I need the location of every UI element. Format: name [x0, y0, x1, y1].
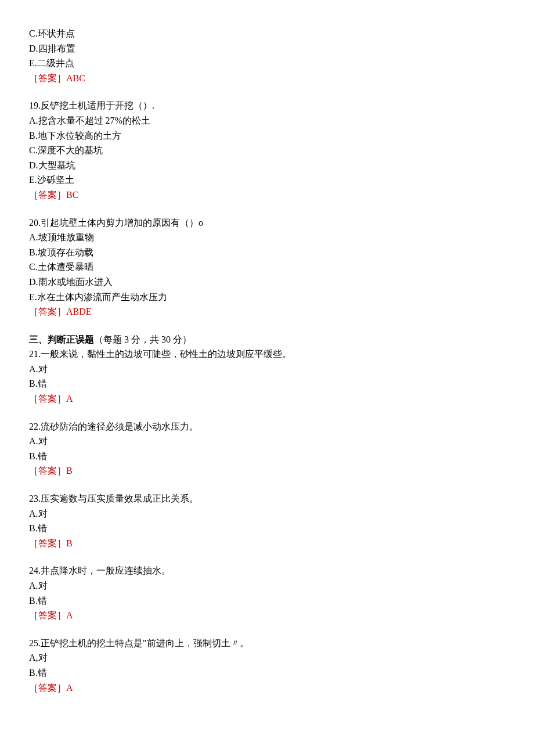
question-20: 20.引起坑壁土体内剪力增加的原因有（）o A.坡顶堆放重物 B.坡顶存在动载 …	[29, 215, 505, 319]
option-b: B.错	[29, 521, 505, 536]
answer-text: ［答案］A	[29, 391, 505, 406]
option-b: B.错	[29, 376, 505, 391]
question-22: 22.流砂防治的途径必须是减小动水压力。 A.对 B.错 ［答案］B	[29, 419, 505, 478]
answer-text: ［答案］B	[29, 536, 505, 551]
section-title: 三、判断正误题	[29, 334, 94, 344]
question-stem: 20.引起坑壁土体内剪力增加的原因有（）o	[29, 215, 505, 231]
option-a: A.挖含水量不超过 27%的松土	[29, 113, 505, 128]
question-stem: 22.流砂防治的途径必须是减小动水压力。	[29, 419, 505, 434]
section-3-heading: 三、判断正误题（每题 3 分，共 30 分）	[29, 332, 505, 347]
question-21: 21.一般来说，黏性土的边坡可陡些，砂性土的边坡则应平缓些。 A.对 B.错 ［…	[29, 347, 505, 406]
answer-text: ［答案］ABDE	[29, 304, 505, 319]
option-b: B.坡顶存在动载	[29, 245, 505, 260]
option-e: E.沙砾坚土	[29, 172, 505, 188]
option-b: B.错	[29, 665, 505, 681]
question-stem: 24.井点降水时，一般应连续抽水。	[29, 563, 505, 578]
option-a: A.对	[29, 578, 505, 593]
question-25: 25.正铲挖土机的挖土特点是"前进向上，强制切土〃。 A,对 B.错 ［答案］A	[29, 636, 505, 695]
option-a: A,对	[29, 650, 505, 665]
option-e: E.二级井点	[29, 56, 505, 71]
question-stem: 23.压实遍数与压实质量效果成正比关系。	[29, 491, 505, 506]
answer-text: ［答案］B	[29, 463, 505, 478]
option-a: A.对	[29, 506, 505, 521]
question-24: 24.井点降水时，一般应连续抽水。 A.对 B.错 ［答案］A	[29, 563, 505, 622]
option-b: B.错	[29, 593, 505, 609]
option-c: C.环状井点	[29, 26, 505, 41]
option-d: D.四排布置	[29, 41, 505, 56]
question-stem: 19.反铲挖土机适用于开挖（）.	[29, 98, 505, 113]
option-b: B.地下水位较高的土方	[29, 128, 505, 143]
answer-text: ［答案］BC	[29, 188, 505, 203]
option-a: A.对	[29, 434, 505, 449]
answer-text: ［答案］A	[29, 681, 505, 696]
section-info: （每题 3 分，共 30 分）	[94, 334, 192, 344]
question-stem: 21.一般来说，黏性土的边坡可陡些，砂性土的边坡则应平缓些。	[29, 347, 505, 362]
question-18-partial: C.环状井点 D.四排布置 E.二级井点 ［答案］ABC	[29, 26, 505, 85]
option-c: C.深度不大的基坑	[29, 143, 505, 158]
question-stem: 25.正铲挖土机的挖土特点是"前进向上，强制切土〃。	[29, 636, 505, 651]
answer-text: ［答案］A	[29, 608, 505, 623]
answer-text: ［答案］ABC	[29, 71, 505, 86]
option-e: E.水在土体内渗流而产生动水压力	[29, 290, 505, 305]
question-19: 19.反铲挖土机适用于开挖（）. A.挖含水量不超过 27%的松土 B.地下水位…	[29, 98, 505, 202]
option-a: A.对	[29, 362, 505, 377]
option-d: D.雨水或地面水进入	[29, 275, 505, 290]
question-23: 23.压实遍数与压实质量效果成正比关系。 A.对 B.错 ［答案］B	[29, 491, 505, 550]
option-a: A.坡顶堆放重物	[29, 230, 505, 245]
option-c: C.土体遭受暴晒	[29, 260, 505, 275]
option-b: B.错	[29, 449, 505, 464]
option-d: D.大型基坑	[29, 158, 505, 173]
